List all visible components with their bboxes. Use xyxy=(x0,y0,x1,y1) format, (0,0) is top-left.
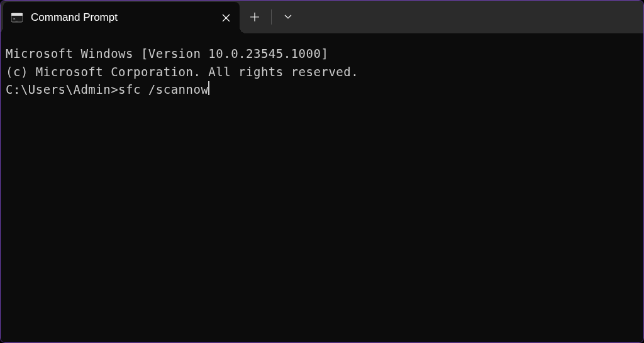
terminal-version-line: Microsoft Windows [Version 10.0.23545.10… xyxy=(6,45,638,63)
close-tab-button[interactable] xyxy=(217,9,235,26)
svg-text:>_: >_ xyxy=(13,16,18,21)
plus-icon xyxy=(250,13,259,21)
tab-dropdown-button[interactable] xyxy=(273,1,303,33)
command-prompt-icon: >_ xyxy=(11,11,23,24)
terminal-copyright-line: (c) Microsoft Corporation. All rights re… xyxy=(6,63,638,81)
tab-divider xyxy=(271,9,272,25)
svg-rect-1 xyxy=(11,13,23,16)
titlebar: >_ Command Prompt xyxy=(1,1,643,33)
terminal-command: sfc /scannow xyxy=(118,82,208,96)
terminal-content[interactable]: Microsoft Windows [Version 10.0.23545.10… xyxy=(1,33,643,342)
terminal-prompt: C:\Users\Admin> xyxy=(6,82,118,96)
tab-title: Command Prompt xyxy=(31,11,217,24)
tab-command-prompt[interactable]: >_ Command Prompt xyxy=(3,2,240,33)
terminal-prompt-line: C:\Users\Admin>sfc /scannow xyxy=(6,81,638,99)
tab-actions xyxy=(240,1,303,33)
terminal-cursor xyxy=(208,81,209,95)
chevron-down-icon xyxy=(284,14,292,20)
